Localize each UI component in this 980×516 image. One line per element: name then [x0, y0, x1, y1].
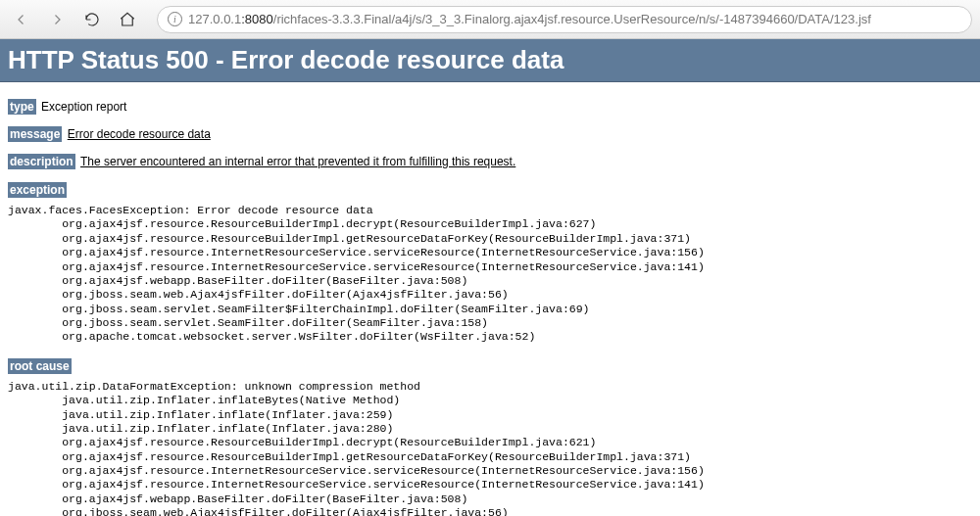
url-segment-port: :8080 [241, 12, 273, 26]
description-label: description [8, 154, 75, 169]
description-line: description The server encountered an in… [8, 155, 972, 168]
type-line: type Exception report [8, 100, 972, 114]
type-value: Exception report [41, 100, 126, 114]
url-text: 127.0.0.1:8080/richfaces-3.3.3.Final/a4j… [188, 12, 871, 26]
description-value: The server encountered an internal error… [80, 155, 515, 168]
site-info-icon[interactable]: i [168, 12, 182, 26]
arrow-left-icon [13, 11, 30, 28]
message-line: message Error decode resource data [8, 127, 972, 141]
url-segment-path: /richfaces-3.3.3.Final/a4j/s/3_3_3.Final… [273, 12, 871, 26]
page-content: HTTP Status 500 - Error decode resource … [0, 39, 980, 516]
url-bar[interactable]: i 127.0.0.1:8080/richfaces-3.3.3.Final/a… [157, 6, 972, 33]
reload-button[interactable] [78, 6, 106, 33]
root-cause-stack: java.util.zip.DataFormatException: unkno… [8, 380, 972, 516]
type-label: type [8, 99, 36, 115]
exception-stack: javax.faces.FacesException: Error decode… [8, 204, 972, 345]
arrow-right-icon [48, 11, 66, 28]
home-button[interactable] [114, 6, 141, 33]
root-cause-label: root cause [8, 358, 72, 374]
error-body: type Exception report message Error deco… [0, 82, 980, 516]
status-banner: HTTP Status 500 - Error decode resource … [0, 39, 980, 82]
message-label: message [8, 126, 62, 142]
reload-icon [83, 11, 101, 28]
forward-button[interactable] [43, 6, 71, 33]
home-icon [119, 11, 136, 28]
url-segment-host: 127.0.0.1 [188, 12, 241, 26]
browser-toolbar: i 127.0.0.1:8080/richfaces-3.3.3.Final/a… [0, 0, 980, 39]
message-value: Error decode resource data [68, 127, 211, 141]
back-button[interactable] [8, 6, 35, 33]
exception-label: exception [8, 182, 67, 198]
